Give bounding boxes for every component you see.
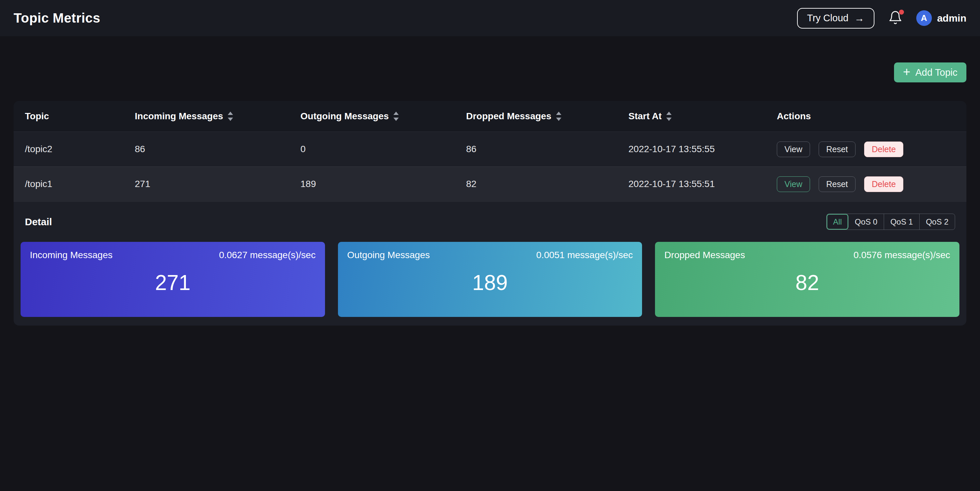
table-row: /topic1 271 189 82 2022-10-17 13:55:51 V… xyxy=(14,166,966,201)
page-title: Topic Metrics xyxy=(14,11,100,26)
view-button-active[interactable]: View xyxy=(777,176,810,192)
header-actions: Try Cloud → A admin xyxy=(797,8,966,29)
notification-dot xyxy=(899,10,904,14)
dropped-messages-card: Dropped Messages 0.0576 message(s)/sec 8… xyxy=(655,242,959,317)
sort-icon[interactable] xyxy=(666,112,672,121)
add-topic-button[interactable]: + Add Topic xyxy=(894,62,966,82)
avatar: A xyxy=(916,10,932,26)
cell-topic: /topic2 xyxy=(25,144,135,155)
cell-start-at: 2022-10-17 13:55:55 xyxy=(628,144,777,155)
cell-outgoing: 0 xyxy=(301,144,466,155)
qos-filter-qos2[interactable]: QoS 2 xyxy=(920,214,955,230)
qos-filter-qos0[interactable]: QoS 0 xyxy=(848,214,884,230)
user-menu[interactable]: A admin xyxy=(916,10,966,26)
try-cloud-label: Try Cloud xyxy=(807,13,848,24)
qos-filter-qos1[interactable]: QoS 1 xyxy=(884,214,920,230)
reset-button[interactable]: Reset xyxy=(819,142,856,157)
table-row: /topic2 86 0 86 2022-10-17 13:55:55 View… xyxy=(14,132,966,166)
card-value: 189 xyxy=(347,260,633,309)
app-header: Topic Metrics Try Cloud → A admin xyxy=(0,0,980,36)
main-content: + Add Topic Topic Incoming Messages Outg… xyxy=(0,62,980,325)
reset-button[interactable]: Reset xyxy=(819,176,856,192)
card-rate: 0.0627 message(s)/sec xyxy=(219,250,316,260)
cell-dropped: 82 xyxy=(466,179,628,189)
card-value: 271 xyxy=(30,260,316,309)
incoming-messages-card: Incoming Messages 0.0627 message(s)/sec … xyxy=(21,242,325,317)
card-label: Dropped Messages xyxy=(664,250,745,260)
column-header-dropped[interactable]: Dropped Messages xyxy=(466,111,628,121)
card-value: 82 xyxy=(664,260,950,309)
cell-actions: View Reset Delete xyxy=(777,176,955,192)
cell-start-at: 2022-10-17 13:55:51 xyxy=(628,179,777,189)
cell-outgoing: 189 xyxy=(301,179,466,189)
topics-panel: Topic Incoming Messages Outgoing Message… xyxy=(14,101,966,325)
toolbar: + Add Topic xyxy=(14,62,966,82)
detail-title: Detail xyxy=(25,216,52,228)
arrow-right-icon: → xyxy=(854,13,864,23)
cell-incoming: 86 xyxy=(135,144,301,155)
qos-filter-group: All QoS 0 QoS 1 QoS 2 xyxy=(826,214,955,230)
view-button[interactable]: View xyxy=(777,142,810,157)
metric-cards: Incoming Messages 0.0627 message(s)/sec … xyxy=(14,242,966,317)
cell-actions: View Reset Delete xyxy=(777,142,955,157)
user-name: admin xyxy=(937,13,966,24)
column-header-start-at[interactable]: Start At xyxy=(628,111,777,121)
card-label: Outgoing Messages xyxy=(347,250,430,260)
outgoing-messages-card: Outgoing Messages 0.0051 message(s)/sec … xyxy=(338,242,643,317)
sort-icon[interactable] xyxy=(393,112,399,121)
delete-button[interactable]: Delete xyxy=(864,142,903,157)
column-header-actions: Actions xyxy=(777,111,955,121)
try-cloud-button[interactable]: Try Cloud → xyxy=(797,8,875,29)
add-topic-label: Add Topic xyxy=(915,67,958,78)
column-header-topic: Topic xyxy=(25,111,135,121)
card-rate: 0.0576 message(s)/sec xyxy=(854,250,950,260)
column-header-outgoing[interactable]: Outgoing Messages xyxy=(301,111,466,121)
sort-icon[interactable] xyxy=(555,112,562,121)
card-rate: 0.0051 message(s)/sec xyxy=(536,250,633,260)
cell-dropped: 86 xyxy=(466,144,628,155)
qos-filter-all[interactable]: All xyxy=(827,214,848,230)
cell-topic: /topic1 xyxy=(25,179,135,189)
plus-icon: + xyxy=(903,65,910,78)
delete-button[interactable]: Delete xyxy=(864,176,903,192)
table-header-row: Topic Incoming Messages Outgoing Message… xyxy=(14,101,966,132)
column-header-incoming[interactable]: Incoming Messages xyxy=(135,111,301,121)
cell-incoming: 271 xyxy=(135,179,301,189)
detail-section-header: Detail All QoS 0 QoS 1 QoS 2 xyxy=(14,201,966,242)
notifications-button[interactable] xyxy=(888,11,903,26)
sort-icon[interactable] xyxy=(227,112,234,121)
card-label: Incoming Messages xyxy=(30,250,113,260)
